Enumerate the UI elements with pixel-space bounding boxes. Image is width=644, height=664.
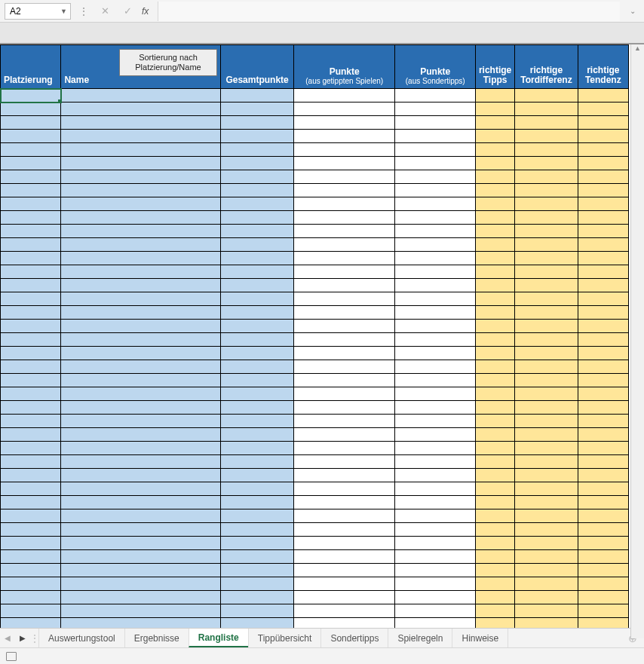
cell[interactable] xyxy=(221,360,293,374)
cell[interactable] xyxy=(221,523,293,537)
cell[interactable] xyxy=(578,211,628,225)
cell[interactable] xyxy=(61,116,221,130)
cell[interactable] xyxy=(395,415,476,428)
cell[interactable] xyxy=(1,415,61,428)
cell[interactable] xyxy=(395,591,476,604)
cell[interactable] xyxy=(578,238,628,252)
cell[interactable] xyxy=(475,157,514,170)
cell[interactable] xyxy=(293,116,395,130)
cell[interactable] xyxy=(578,537,628,550)
cell[interactable] xyxy=(475,374,514,387)
cell[interactable] xyxy=(395,387,476,401)
cell[interactable] xyxy=(293,333,395,347)
cell[interactable] xyxy=(578,374,628,387)
cell[interactable] xyxy=(475,428,514,442)
cell[interactable] xyxy=(61,333,221,347)
cell[interactable] xyxy=(61,577,221,591)
cell[interactable] xyxy=(293,374,395,387)
cell[interactable] xyxy=(515,401,578,415)
cell[interactable] xyxy=(578,306,628,320)
cell[interactable] xyxy=(475,415,514,428)
cell[interactable] xyxy=(1,401,61,415)
cell[interactable] xyxy=(221,333,293,347)
cell[interactable] xyxy=(578,387,628,401)
cell[interactable] xyxy=(515,360,578,374)
cell[interactable] xyxy=(395,564,476,577)
cell[interactable] xyxy=(395,292,476,306)
cell[interactable] xyxy=(1,469,61,482)
cell[interactable] xyxy=(293,89,395,103)
cell[interactable] xyxy=(578,184,628,197)
cell[interactable] xyxy=(475,604,514,618)
cell[interactable] xyxy=(293,415,395,428)
cell[interactable] xyxy=(61,523,221,537)
cell[interactable] xyxy=(61,469,221,482)
cell[interactable] xyxy=(221,170,293,184)
cell[interactable] xyxy=(1,143,61,157)
cell[interactable] xyxy=(395,496,476,509)
cell[interactable] xyxy=(1,604,61,618)
cell[interactable] xyxy=(475,184,514,197)
cell[interactable] xyxy=(475,279,514,292)
cell[interactable] xyxy=(395,320,476,333)
vertical-scrollbar[interactable]: ▲ xyxy=(630,44,644,638)
cell[interactable] xyxy=(293,170,395,184)
cell[interactable] xyxy=(1,265,61,279)
cell[interactable] xyxy=(395,537,476,550)
cell[interactable] xyxy=(61,211,221,225)
cell[interactable] xyxy=(221,184,293,197)
cell[interactable] xyxy=(515,550,578,564)
confirm-formula-button[interactable]: ✓ xyxy=(119,3,136,20)
cell[interactable] xyxy=(1,320,61,333)
cell[interactable] xyxy=(293,618,395,629)
cell[interactable] xyxy=(221,509,293,523)
cell[interactable] xyxy=(475,333,514,347)
cell[interactable] xyxy=(221,265,293,279)
chevron-down-icon[interactable]: ▼ xyxy=(60,8,67,15)
cell[interactable] xyxy=(395,482,476,496)
cell[interactable] xyxy=(61,279,221,292)
cell[interactable] xyxy=(61,415,221,428)
cell[interactable] xyxy=(578,564,628,577)
cell[interactable] xyxy=(475,469,514,482)
cell[interactable] xyxy=(515,577,578,591)
cell[interactable] xyxy=(395,550,476,564)
cell[interactable] xyxy=(1,509,61,523)
cell[interactable] xyxy=(293,509,395,523)
cell[interactable] xyxy=(395,577,476,591)
cell[interactable] xyxy=(515,130,578,143)
cell[interactable] xyxy=(1,496,61,509)
cell[interactable] xyxy=(1,279,61,292)
cell[interactable] xyxy=(293,360,395,374)
cell[interactable] xyxy=(515,564,578,577)
cell[interactable] xyxy=(221,292,293,306)
cell[interactable] xyxy=(221,197,293,211)
cell[interactable] xyxy=(395,238,476,252)
cell[interactable] xyxy=(578,428,628,442)
cell[interactable] xyxy=(515,387,578,401)
cell[interactable] xyxy=(1,564,61,577)
cell[interactable] xyxy=(1,442,61,455)
cell[interactable] xyxy=(515,442,578,455)
cell[interactable] xyxy=(61,306,221,320)
cell[interactable] xyxy=(61,184,221,197)
cell[interactable] xyxy=(293,455,395,469)
cell[interactable] xyxy=(515,415,578,428)
cell[interactable] xyxy=(578,577,628,591)
name-box[interactable]: A2 ▼ xyxy=(5,3,71,20)
cell[interactable] xyxy=(578,455,628,469)
cell[interactable] xyxy=(293,143,395,157)
cell[interactable] xyxy=(515,347,578,360)
cell[interactable] xyxy=(395,103,476,116)
cell[interactable] xyxy=(395,360,476,374)
cell[interactable] xyxy=(1,537,61,550)
cell[interactable] xyxy=(515,292,578,306)
cell[interactable] xyxy=(293,265,395,279)
cell[interactable] xyxy=(293,292,395,306)
cell[interactable] xyxy=(1,523,61,537)
cell[interactable] xyxy=(578,401,628,415)
cell[interactable] xyxy=(578,469,628,482)
cell[interactable] xyxy=(395,265,476,279)
cell[interactable] xyxy=(515,604,578,618)
cell[interactable] xyxy=(395,116,476,130)
